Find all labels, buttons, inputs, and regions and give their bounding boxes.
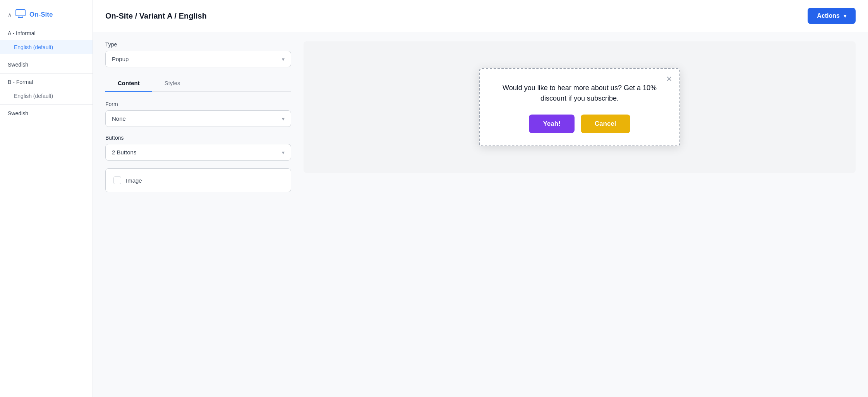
sidebar-divider-1 [0, 56, 93, 56]
chevron-down-icon: ▾ [844, 13, 846, 19]
sidebar-section-swedish-2: Swedish [0, 106, 93, 120]
sidebar-group-a-informal[interactable]: A - Informal [0, 26, 93, 40]
content-tabs: Content Styles [105, 75, 291, 92]
chevron-up-icon: ∧ [8, 12, 12, 18]
sidebar-group-b-formal[interactable]: B - Formal [0, 75, 93, 89]
cancel-button[interactable]: Cancel [581, 115, 630, 133]
site-label: On-Site [29, 11, 53, 19]
form-select[interactable]: None ▾ [105, 110, 291, 127]
form-field-section: Form None ▾ [105, 101, 291, 127]
type-label: Type [105, 41, 291, 48]
form-label: Form [105, 101, 291, 107]
sidebar-divider-2 [0, 73, 93, 74]
popup-preview: ✕ Would you like to hear more about us? … [479, 68, 680, 146]
breadcrumb: On-Site / Variant A / English [105, 12, 207, 21]
sidebar: ∧ On-Site A - Informal English (default)… [0, 0, 93, 397]
image-checkbox-row[interactable]: Image [105, 168, 291, 192]
buttons-field-section: Buttons 2 Buttons ▾ [105, 135, 291, 161]
close-icon[interactable]: ✕ [666, 74, 672, 84]
sidebar-divider-3 [0, 104, 93, 105]
sidebar-group-swedish-1[interactable]: Swedish [0, 58, 93, 72]
type-value: Popup [112, 56, 129, 62]
tab-content[interactable]: Content [105, 75, 152, 92]
type-field-section: Type Popup ▾ [105, 41, 291, 67]
type-chevron-down-icon: ▾ [282, 56, 285, 62]
buttons-select[interactable]: 2 Buttons ▾ [105, 144, 291, 161]
svg-rect-0 [16, 10, 25, 16]
image-label: Image [126, 177, 142, 184]
buttons-chevron-down-icon: ▾ [282, 149, 285, 156]
form-value: None [112, 115, 126, 122]
tab-styles[interactable]: Styles [152, 75, 193, 92]
buttons-value: 2 Buttons [112, 149, 136, 156]
actions-label: Actions [817, 12, 840, 19]
type-select[interactable]: Popup ▾ [105, 51, 291, 67]
sidebar-header[interactable]: ∧ On-Site [0, 6, 93, 26]
sidebar-section-a: A - Informal English (default) [0, 26, 93, 54]
image-checkbox[interactable] [113, 176, 121, 184]
monitor-icon [15, 9, 26, 20]
right-panel: ✕ Would you like to hear more about us? … [304, 41, 856, 388]
main-body: Type Popup ▾ Content Styles Form None ▾ [93, 32, 868, 397]
left-panel: Type Popup ▾ Content Styles Form None ▾ [105, 41, 291, 388]
preview-area: ✕ Would you like to hear more about us? … [304, 41, 856, 173]
sidebar-group-swedish-2[interactable]: Swedish [0, 106, 93, 120]
actions-button[interactable]: Actions ▾ [808, 8, 856, 24]
form-chevron-down-icon: ▾ [282, 116, 285, 122]
sidebar-section-b: B - Formal English (default) [0, 75, 93, 103]
main-content: On-Site / Variant A / English Actions ▾ … [93, 0, 868, 397]
sidebar-section-swedish-1: Swedish [0, 58, 93, 72]
buttons-label: Buttons [105, 135, 291, 141]
sidebar-item-english-default-1[interactable]: English (default) [0, 40, 93, 54]
popup-message: Would you like to hear more about us? Ge… [495, 83, 664, 104]
main-header: On-Site / Variant A / English Actions ▾ [93, 0, 868, 32]
yeah-button[interactable]: Yeah! [529, 115, 574, 133]
sidebar-item-english-default-2[interactable]: English (default) [0, 89, 93, 103]
popup-buttons: Yeah! Cancel [495, 115, 664, 133]
